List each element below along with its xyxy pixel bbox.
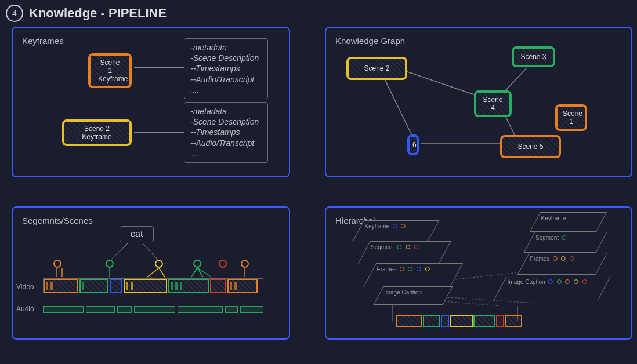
plane-right-keyframe: Keyframe xyxy=(530,212,607,232)
plane-right-segment: Segment xyxy=(523,232,607,253)
metadata-text-2: -metadata -Scene Description --Timestamp… xyxy=(190,106,262,159)
row-label-audio: Audio xyxy=(16,305,34,313)
page-title: Knowledge - PIPELINE xyxy=(29,6,167,21)
plane-label-segment-r: Segment xyxy=(535,235,559,241)
panel-segments: Segemnts/Scenes cat Video xyxy=(12,206,290,340)
connector-1 xyxy=(134,67,184,68)
plane-label-caption-r: Image Caption xyxy=(508,279,545,285)
plane-label-segment-l: Segment xyxy=(371,244,394,250)
panel-title-segments: Segemnts/Scenes xyxy=(22,216,280,225)
audio-track xyxy=(43,306,263,313)
dot-orange-2 xyxy=(241,260,249,268)
plane-right-frames: Frames xyxy=(517,253,607,275)
plane-left-segment: Segment xyxy=(357,241,451,264)
plane-left-frames: Frames xyxy=(363,263,463,287)
panels-grid: Keyframes Scene 1 Keyframe Scene 2 Keyfr… xyxy=(0,27,637,340)
connector-2 xyxy=(134,132,184,133)
hier-mini-track xyxy=(396,315,526,327)
graph-node-scene-2: Scene 2 xyxy=(346,57,407,80)
plane-label-caption-l: Image Caption xyxy=(384,289,422,296)
svg-line-5 xyxy=(110,243,128,261)
svg-line-6 xyxy=(143,243,159,261)
metadata-box-2: -metadata -Scene Description --Timestamp… xyxy=(184,102,268,163)
plane-right-caption: Image Caption xyxy=(494,276,611,300)
node-scene-2-line2: Keyframe xyxy=(72,133,122,141)
svg-line-11 xyxy=(159,268,165,277)
graph-node-scene-4: Scene 4 xyxy=(474,90,512,117)
panel-knowledge-graph: Knowledge Graph Scene 2 Scene 3 Scene 4 … xyxy=(325,27,632,177)
node-scene-1: Scene 1 Keyframe xyxy=(88,53,132,88)
svg-line-0 xyxy=(381,72,416,144)
metadata-text-1: -metadata -Scene Description --Timestamp… xyxy=(190,42,262,95)
graph-node-scene-5: Scene 5 xyxy=(500,135,561,158)
plane-label-keyframe-l: Keyframe xyxy=(365,223,390,230)
node-scene-1-line2: Keyframe xyxy=(98,75,122,83)
label-cat: cat xyxy=(120,226,154,242)
svg-line-10 xyxy=(147,268,159,277)
node-scene-2-line1: Scene 2 xyxy=(72,125,122,133)
svg-line-13 xyxy=(197,268,203,277)
dot-red-1 xyxy=(219,260,227,268)
plane-label-frames-r: Frames xyxy=(530,256,550,262)
dot-orange-1 xyxy=(53,260,61,268)
node-scene-2: Scene 2 Keyframe xyxy=(62,119,132,146)
graph-node-scene-1: Scene 1 xyxy=(555,104,587,131)
panel-keyframes: Keyframes Scene 1 Keyframe Scene 2 Keyfr… xyxy=(12,27,290,177)
dot-green-2 xyxy=(193,260,201,268)
graph-node-scene-3: Scene 3 xyxy=(512,46,555,67)
svg-line-14 xyxy=(197,268,211,277)
metadata-box-1: -metadata -Scene Description --Timestamp… xyxy=(184,38,268,99)
node-scene-1-line1: Scene 1 xyxy=(98,59,122,75)
dot-green-1 xyxy=(106,260,114,268)
svg-line-1 xyxy=(404,71,479,96)
plane-left-keyframe: Keyframe xyxy=(352,220,439,242)
dot-yellow-1 xyxy=(155,260,163,268)
row-label-video: Video xyxy=(16,283,34,291)
plane-left-caption: Image Caption xyxy=(373,286,453,305)
plane-label-keyframe-r: Keyframe xyxy=(541,215,566,221)
panel-title-graph: Knowledge Graph xyxy=(335,36,622,46)
plane-label-frames-l: Frames xyxy=(377,266,397,272)
video-track xyxy=(43,278,263,293)
graph-node-6: 6 xyxy=(407,134,419,155)
header: 4 Knowledge - PIPELINE xyxy=(0,0,637,27)
panel-hierarchal: Hierarchal Keyframe Segment Frames xyxy=(325,206,632,340)
svg-line-12 xyxy=(191,268,197,277)
step-number-badge: 4 xyxy=(6,5,23,22)
